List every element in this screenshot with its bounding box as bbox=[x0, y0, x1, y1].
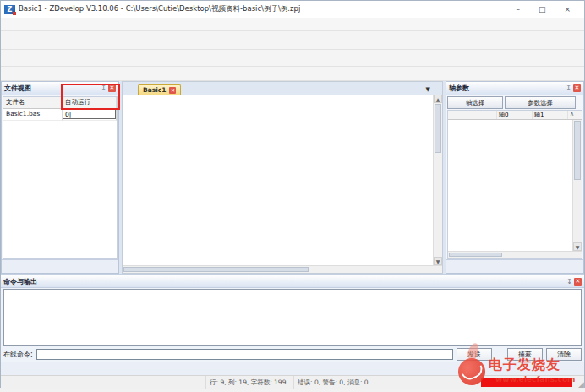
panel-close-icon[interactable]: ✕ bbox=[573, 84, 581, 92]
output-panel-title: 命令与输出 bbox=[3, 277, 37, 286]
axis-select-button[interactable]: 轴选择 bbox=[447, 96, 503, 109]
title-bar: Z Basic1 - ZDevelop V3.10.06 - C:\Users\… bbox=[1, 1, 584, 18]
editor-hscrollbar[interactable] bbox=[123, 265, 442, 273]
pin-icon[interactable]: ↧ bbox=[566, 84, 571, 92]
editor-tab-basic1[interactable]: Basic1 ✕ bbox=[138, 84, 181, 95]
file-panel-tabstrip bbox=[2, 259, 118, 273]
scroll-up-icon[interactable]: ▲ bbox=[434, 95, 442, 103]
column-header-autorun[interactable]: 自动运行 bbox=[63, 97, 117, 109]
code-editor: Basic1 ✕ ▼ ▲ ▼ bbox=[122, 81, 443, 274]
editor-tabbar: Basic1 ✕ ▼ bbox=[123, 82, 442, 95]
file-view-panel: 文件视图 ↧ ✕ 文件名 自动运行 Basic1.bas 0 bbox=[1, 81, 119, 274]
pin-icon[interactable]: ↧ bbox=[566, 278, 572, 286]
panel-close-icon[interactable]: ✕ bbox=[108, 84, 116, 92]
editor-vscrollbar[interactable]: ▲ ▼ bbox=[433, 95, 442, 265]
grid-scroll-up-icon[interactable]: ∧ bbox=[568, 111, 582, 119]
online-command-label: 在线命令: bbox=[3, 350, 33, 359]
window-title: Basic1 - ZDevelop V3.10.06 - C:\Users\Cu… bbox=[19, 4, 300, 14]
file-table: 文件名 自动运行 Basic1.bas 0 bbox=[3, 96, 118, 259]
output-panel-tabstrip bbox=[1, 362, 584, 375]
scroll-thumb[interactable] bbox=[435, 104, 441, 153]
axis-panel-tabstrip bbox=[446, 259, 583, 273]
scroll-down-icon[interactable]: ▼ bbox=[573, 242, 582, 251]
axis-hscrollbar[interactable] bbox=[448, 251, 582, 258]
toolbar-ladder bbox=[1, 67, 584, 81]
toolbar-hmi bbox=[1, 50, 584, 67]
param-select-button[interactable]: 参数选择 bbox=[505, 96, 576, 109]
axis-panel-title: 轴参数 bbox=[449, 84, 469, 93]
app-window: Z Basic1 - ZDevelop V3.10.06 - C:\Users\… bbox=[0, 0, 585, 388]
axis-vscrollbar[interactable]: ▼ bbox=[572, 120, 582, 251]
code-area[interactable] bbox=[123, 95, 433, 265]
clear-button[interactable]: 清除 bbox=[546, 348, 582, 361]
tab-close-icon[interactable]: ✕ bbox=[169, 87, 176, 94]
status-bar: 行: 9, 列: 19, 字符数: 199 错误: 0, 警告: 0, 消息: … bbox=[1, 375, 584, 389]
scroll-down-icon[interactable]: ▼ bbox=[434, 257, 442, 265]
app-icon: Z bbox=[4, 5, 15, 14]
connection-alert-status bbox=[481, 378, 572, 387]
hscroll-thumb[interactable] bbox=[123, 267, 309, 272]
tab-scroll-icon[interactable]: ▼ bbox=[426, 86, 430, 93]
column-header-filename[interactable]: 文件名 bbox=[3, 97, 63, 109]
panel-close-icon[interactable]: ✕ bbox=[574, 278, 582, 286]
column-header-axis0[interactable]: 轴0 bbox=[497, 111, 533, 119]
column-header-axis1[interactable]: 轴1 bbox=[533, 111, 568, 119]
axis-param-grid: 轴0 轴1 ∧ ▼ bbox=[447, 110, 582, 259]
minimize-button[interactable]: – bbox=[516, 5, 520, 14]
cursor-position-status: 行: 9, 列: 19, 字符数: 199 bbox=[206, 376, 294, 389]
output-panel: 命令与输出 ↧ ✕ 在线命令: 发送 捕获 清除 bbox=[1, 274, 584, 375]
toolbar-main bbox=[1, 31, 584, 50]
autorun-input[interactable]: 0 bbox=[63, 109, 116, 119]
capture-button[interactable]: 捕获 bbox=[507, 348, 543, 361]
file-row-name[interactable]: Basic1.bas bbox=[3, 109, 63, 121]
file-panel-title: 文件视图 bbox=[4, 84, 31, 93]
maximize-button[interactable]: □ bbox=[539, 5, 546, 14]
error-count-status: 错误: 0, 警告: 0, 消息: 0 bbox=[294, 376, 402, 389]
resize-grip[interactable]: ◢ bbox=[572, 376, 584, 389]
menu-bar bbox=[1, 18, 584, 31]
close-button[interactable]: × bbox=[564, 5, 571, 14]
send-button[interactable]: 发送 bbox=[457, 348, 492, 361]
axis-param-panel: 轴参数 ↧ ✕ 轴选择 参数选择 轴0 轴1 ∧ bbox=[446, 81, 584, 274]
output-text-area[interactable] bbox=[3, 289, 582, 346]
pin-icon[interactable]: ↧ bbox=[101, 84, 107, 92]
online-command-input[interactable] bbox=[36, 349, 453, 360]
